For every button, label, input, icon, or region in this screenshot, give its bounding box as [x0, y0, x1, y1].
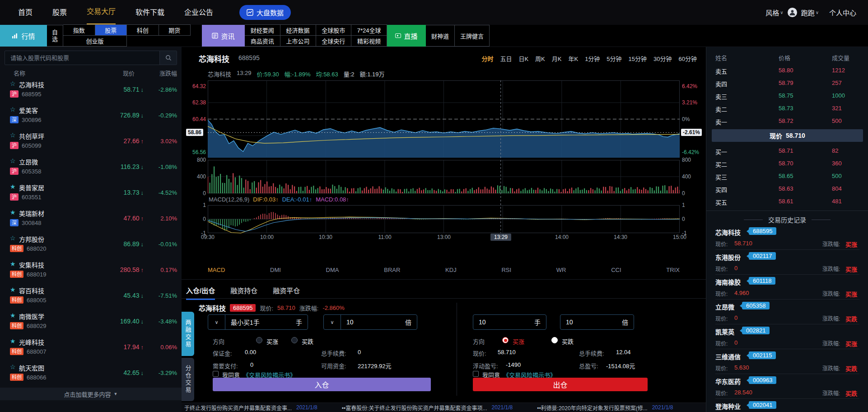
history-item[interactable]: 华东医药 000963 现价: 28.540 涨跌幅: 买跌 — [706, 375, 868, 400]
ticker-item[interactable]: ••富春股份:关于终止发行股份购买资产并募集配套资金事项... 2021/1/8 — [342, 404, 513, 412]
order-book-row[interactable]: 买三 58.65 500 — [706, 170, 868, 183]
load-more-button[interactable]: 点击加载更多内容▼ — [0, 388, 182, 400]
order-book-row[interactable]: 卖三 58.75 1000 — [706, 89, 868, 102]
order-book-row[interactable]: 卖二 58.73 321 — [706, 102, 868, 115]
market-tab-指数[interactable]: 指数 — [63, 24, 95, 36]
market-tab-股票[interactable]: 股票 — [95, 24, 127, 36]
chevron-down-icon[interactable]: ∨ — [324, 315, 341, 329]
history-item[interactable]: 海南橡胶 601118 现价: 4.960 涨跌幅: 买涨 — [706, 276, 868, 300]
star-filled-icon[interactable]: ★ — [10, 337, 16, 345]
news-tab-商品资讯[interactable]: 商品资讯 — [245, 35, 280, 47]
indicator-tab-DMI[interactable]: DMI — [270, 267, 281, 273]
order-book-row[interactable]: 卖五 58.80 1212 — [706, 64, 868, 77]
indicator-tab-DMA[interactable]: DMA — [326, 267, 339, 273]
watchlist-row[interactable]: ☆ 航天宏图 科创688066 42.65↓ -3.29% — [0, 360, 182, 386]
star-filled-icon[interactable]: ★ — [10, 286, 16, 293]
search-icon[interactable] — [159, 51, 177, 65]
period-tab-年K[interactable]: 年K — [568, 54, 578, 63]
nav-item-软件下载[interactable]: 软件下载 — [135, 0, 164, 25]
exit-position-button[interactable]: 出仓 — [473, 378, 648, 391]
nav-item-交易大厅[interactable]: 交易大厅 — [87, 0, 116, 25]
nav-item-股票[interactable]: 股票 — [52, 0, 67, 25]
indicator-tab-RSI[interactable]: RSI — [501, 267, 511, 273]
avatar[interactable] — [788, 8, 797, 17]
star-hollow-icon[interactable]: ☆ — [10, 106, 16, 113]
style-menu[interactable]: 风格∨ — [765, 8, 783, 17]
order-book-row[interactable]: 卖一 58.72 500 — [706, 115, 868, 127]
tab-王牌健言[interactable]: 王牌健言 — [455, 25, 490, 47]
live-button[interactable]: 直播 — [387, 25, 426, 47]
period-tab-分时[interactable]: 分时 — [481, 54, 493, 63]
watchlist-row[interactable]: ☆ 芯海科技 沪688595 58.71↓ -2.86% — [0, 77, 182, 103]
indicator-tab-CCI[interactable]: CCI — [611, 267, 621, 273]
market-tab-科创[interactable]: 科创 — [127, 24, 159, 36]
star-hollow-icon[interactable]: ☆ — [10, 363, 16, 370]
period-tab-周K[interactable]: 周K — [535, 54, 545, 63]
indicator-tab-TRIX[interactable]: TRIX — [666, 267, 680, 273]
star-filled-icon[interactable]: ★ — [10, 312, 16, 319]
news-tab-精彩视频[interactable]: 精彩视频 — [351, 35, 387, 47]
tab-self-select[interactable]: 自选 — [47, 25, 63, 47]
lev-input-right[interactable]: 10 倍 — [560, 314, 634, 330]
star-hollow-icon[interactable]: ☆ — [10, 157, 16, 164]
history-item[interactable]: 芯海科技 688595 现价: 58.710 涨跌幅: 买涨 — [706, 226, 868, 251]
star-hollow-icon[interactable]: ☆ — [10, 234, 16, 242]
news-tab-经济数据[interactable]: 经济数据 — [280, 24, 316, 36]
buy-down-radio[interactable] — [551, 337, 558, 343]
quantity-dropdown[interactable]: ∨ 最小买1手 手 — [208, 314, 308, 330]
buy-down-label[interactable]: 买跌 — [562, 337, 574, 346]
personal-center-link[interactable]: 个人中心 — [829, 8, 856, 17]
period-tab-1分钟[interactable]: 1分钟 — [585, 54, 600, 63]
watchlist-row[interactable]: ☆ 立昂微 沪605358 116.23↓ -1.08% — [0, 154, 182, 180]
indicator-tab-MACD[interactable]: MACD — [208, 267, 225, 273]
watchlist-row[interactable]: ★ 安集科技 科创688019 280.58↑ 0.17% — [0, 257, 182, 283]
nav-item-企业公告[interactable]: 企业公告 — [184, 0, 213, 25]
news-tab-上市公司[interactable]: 上市公司 — [280, 35, 316, 47]
indicator-tab-WR[interactable]: WR — [556, 267, 566, 273]
star-hollow-icon[interactable]: ☆ — [10, 80, 16, 87]
watchlist-row[interactable]: ☆ 方邦股份 科创688020 86.89↓ -0.01% — [0, 231, 182, 257]
news-tab-财经要闻[interactable]: 财经要闻 — [245, 24, 280, 36]
watchlist-row[interactable]: ★ 容百科技 科创688005 45.43↓ -7.51% — [0, 283, 182, 309]
nav-item-首页[interactable]: 首页 — [18, 0, 33, 25]
tab-财神道[interactable]: 财神道 — [426, 25, 455, 47]
qty-input-right[interactable]: 10 手 — [473, 314, 546, 330]
order-book-row[interactable]: 卖四 58.79 257 — [706, 77, 868, 89]
watchlist-row[interactable]: ☆ 爱美客 深300896 726.89↓ -0.29% — [0, 103, 182, 128]
indicator-tab-BRAR[interactable]: BRAR — [384, 267, 400, 273]
star-filled-icon[interactable]: ★ — [10, 209, 16, 216]
period-tab-30分钟[interactable]: 30分钟 — [653, 54, 672, 63]
order-book-row[interactable]: 买五 58.61 481 — [706, 195, 868, 208]
period-tab-60分钟[interactable]: 60分钟 — [679, 54, 697, 63]
period-tab-日K[interactable]: 日K — [518, 54, 528, 63]
star-filled-icon[interactable]: ★ — [10, 260, 16, 267]
order-book-row[interactable]: 买四 58.63 804 — [706, 183, 868, 195]
order-book-row[interactable]: 买二 58.70 360 — [706, 157, 868, 170]
history-item[interactable]: 立昂微 605358 现价: 0 涨跌幅: 买跌 — [706, 300, 868, 325]
watchlist-row[interactable]: ★ 南微医学 科创688029 169.40↓ -3.48% — [0, 309, 182, 334]
board-data-button[interactable]: 大盘数据 — [239, 5, 291, 20]
news-tab-7*24全球[interactable]: 7*24全球 — [351, 24, 387, 36]
indicator-tab-KDJ[interactable]: KDJ — [445, 267, 457, 273]
star-hollow-icon[interactable]: ☆ — [10, 131, 16, 139]
quote-button[interactable]: 行情 — [0, 25, 47, 47]
enter-position-button[interactable]: 入仓 — [213, 378, 431, 391]
watchlist-row[interactable]: ★ 光峰科技 科创688007 17.94↑ 0.06% — [0, 334, 182, 360]
ticker-item[interactable]: 于终止发行股份购买资产并募集配套资金事... 2021/1/8 — [184, 404, 317, 412]
period-tab-五日[interactable]: 五日 — [500, 54, 512, 63]
leverage-dropdown[interactable]: ∨ 10 倍 — [323, 314, 417, 330]
user-menu[interactable]: 跑跑∨ — [801, 8, 819, 17]
buy-up-radio[interactable] — [502, 337, 509, 343]
agree-checkbox[interactable] — [473, 371, 479, 377]
intraday-chart[interactable] — [208, 80, 680, 236]
period-tab-15分钟[interactable]: 15分钟 — [629, 54, 647, 63]
star-filled-icon[interactable]: ★ — [10, 183, 16, 190]
period-tab-5分钟[interactable]: 5分钟 — [607, 54, 621, 63]
history-item[interactable]: 凯莱英 002821 现价: 0 涨跌幅: 买涨 — [706, 325, 868, 350]
news-tab-全球股市[interactable]: 全球股市 — [316, 24, 352, 36]
order-book-row[interactable]: 买一 58.71 82 — [706, 145, 868, 157]
period-tab-月K[interactable]: 月K — [552, 54, 562, 63]
watchlist-row[interactable]: ★ 美瑞新材 深300848 47.60↑ 2.10% — [0, 206, 182, 231]
chevron-down-icon[interactable]: ∨ — [208, 315, 225, 329]
history-item[interactable]: 登海种业 002041 — [706, 400, 868, 412]
